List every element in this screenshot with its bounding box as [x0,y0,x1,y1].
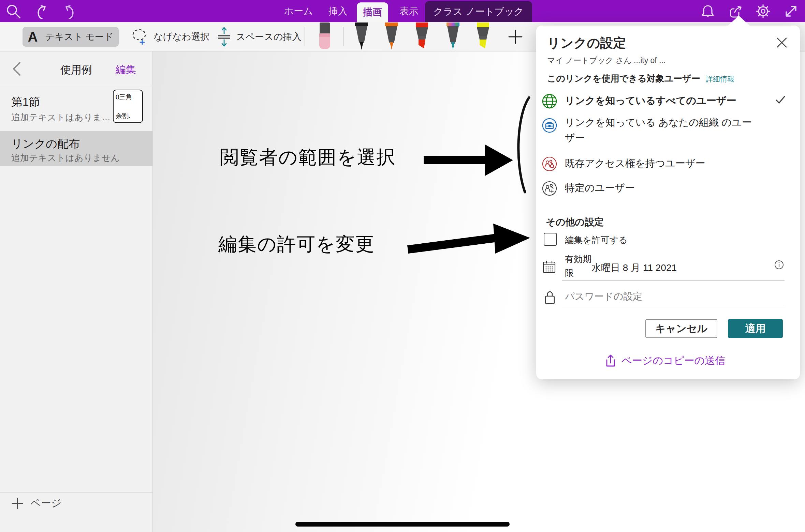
add-page-plus-icon [11,497,24,510]
people-add-icon [542,181,557,196]
home-indicator [295,522,510,527]
field-underline [562,280,785,281]
annotation-arrow-slanted [407,221,532,261]
page-subtitle: 追加テキストはありま… [11,111,111,123]
insert-space-button[interactable]: スペースの挿入 [218,22,302,51]
annotation-change-edit: 編集の許可を変更 [218,232,375,257]
settings-icon[interactable] [755,3,771,19]
text-mode-label: テキスト モード [45,31,113,43]
close-icon[interactable] [776,36,788,49]
tab-draw[interactable]: 描画 [357,2,388,22]
notifications-icon[interactable] [700,3,716,19]
tab-insert-label: 挿入 [328,5,348,18]
toolbar-divider [343,27,343,46]
insert-space-label: スペースの挿入 [236,31,302,43]
other-settings-heading: その他の設定 [546,216,604,229]
sidebar-header: 使用例 編集 [0,51,152,86]
tab-insert[interactable]: 挿入 [323,0,353,22]
lasso-icon [131,28,148,46]
thumbnail-handwriting-line: 余割. [116,111,141,121]
sidebar-divider [0,492,152,492]
lasso-select-label: なげなわ選択 [153,31,210,43]
globe-icon [542,93,557,109]
send-copy-label: ページのコピーの送信 [621,354,725,368]
pages-sidebar: 使用例 編集 第1節 追加テキストはありま… 0三角 余割. リンクの配布 追加… [0,51,153,532]
yellow-highlighter-tool[interactable] [475,22,491,51]
add-pen-icon[interactable] [508,29,523,45]
undo-icon[interactable] [33,3,49,19]
tab-home-label: ホーム [284,5,313,18]
tab-view[interactable]: 表示 [394,0,424,22]
page-item-link-distribution[interactable]: リンクの配布 追加テキストはありません [0,131,152,166]
rainbow-pen-tool[interactable] [445,22,461,51]
notebook-path: マイ ノートブック さん ...ity of ... [547,55,665,66]
check-icon [775,94,786,105]
page-subtitle: 追加テキストはありません [11,152,120,164]
expiry-date-field[interactable]: 水曜日 8 月 11 2021 [591,261,677,274]
redo-icon[interactable] [62,3,78,19]
audience-heading-row: このリンクを使用できる対象ユーザー 詳細情報 [547,73,734,85]
page-title: 第1節 [11,94,40,110]
calendar-icon [542,260,556,274]
expiry-label: 有効期限 [565,252,593,280]
search-icon[interactable] [5,3,21,19]
tab-class-notebook-label: クラス ノートブック [433,5,524,18]
field-underline [562,308,785,308]
allow-editing-label[interactable]: 編集を許可する [565,234,628,246]
eraser-tool[interactable] [317,22,333,50]
page-thumbnail: 0三角 余割. [113,90,143,123]
red-highlighter-tool[interactable] [414,22,430,51]
allow-editing-checkbox[interactable] [544,233,557,246]
details-link[interactable]: 詳細情報 [706,74,734,84]
dialog-callout-arrow [727,16,750,26]
option-anyone-with-link[interactable]: リンクを知っているすべてのユーザー [565,93,736,108]
text-mode-letter: A [28,30,38,44]
tab-draw-label: 描画 [363,6,382,19]
fullscreen-icon[interactable] [783,3,799,19]
dialog-title: リンクの設定 [547,34,626,52]
thumbnail-handwriting-line: 0三角 [116,92,141,102]
lock-icon [544,290,556,305]
info-icon[interactable] [774,260,784,270]
option-specific-people[interactable]: 特定のユーザー [565,180,635,196]
send-page-copy-link[interactable]: ページのコピーの送信 [604,354,725,368]
page-item-section1[interactable]: 第1節 追加テキストはありま… 0三角 余割. [0,86,152,131]
option-people-in-org[interactable]: リンクを知っている あなたの組織 のユーザー [565,115,756,146]
people-lock-icon [542,156,557,172]
option-existing-access[interactable]: 既存アクセス権を持つユーザー [565,156,705,171]
app-top-bar: ホーム 挿入 描画 表示 クラス ノートブック [0,0,805,22]
text-mode-button[interactable]: A テキスト モード [23,27,119,47]
audience-heading: このリンクを使用できる対象ユーザー [547,73,700,85]
add-page-label: ページ [30,496,61,510]
annotation-select-audience: 閲覧者の範囲を選択 [220,145,396,170]
annotation-brace [513,95,535,195]
black-pen-tool[interactable] [353,22,370,51]
cancel-button[interactable]: キャンセル [645,319,717,338]
add-page-button[interactable]: ページ [11,496,61,510]
tab-view-label: 表示 [399,5,419,18]
tab-home[interactable]: ホーム [280,0,317,22]
tab-class-notebook[interactable]: クラス ノートブック [425,1,532,22]
apply-button[interactable]: 適用 [728,319,783,338]
send-copy-icon [604,354,616,368]
edit-button[interactable]: 編集 [116,63,136,77]
orange-pen-tool[interactable] [383,22,400,51]
lasso-select-button[interactable]: なげなわ選択 [131,22,210,51]
password-input[interactable] [564,291,757,302]
toolbar-divider [305,27,305,46]
briefcase-icon [542,118,557,133]
annotation-arrow-right [423,142,516,178]
page-title: リンクの配布 [11,136,80,152]
insert-space-icon [218,27,231,47]
link-settings-dialog: リンクの設定 マイ ノートブック さん ...ity of ... このリンクを… [536,26,800,379]
